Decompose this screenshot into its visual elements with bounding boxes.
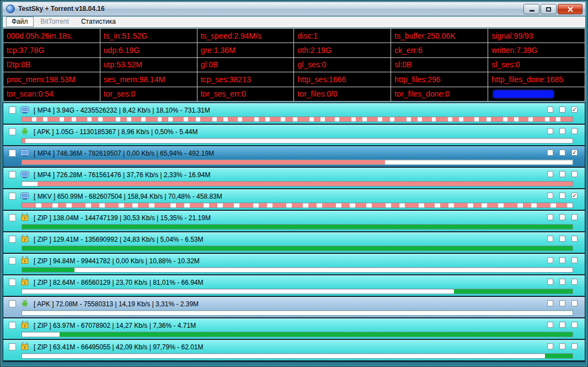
torrent-row[interactable]: [ MP4 ] 3.94G - 4235526232 | 8,42 Kb/s |… (3, 103, 585, 124)
flag-checkbox-1[interactable] (547, 214, 553, 220)
stat-cell: ts_speed:2.94M/s (197, 29, 294, 43)
menu-item-bittorrent[interactable]: BitTorrent (36, 17, 74, 26)
torrent-row[interactable]: [ ZIP ] 63.97M - 67078902 | 14,27 Kb/s |… (3, 318, 585, 339)
torrent-row[interactable]: [ APK ] 1.05G - 1130185367 | 8,96 Kb/s |… (3, 125, 585, 145)
flag-checkbox-3[interactable] (571, 300, 578, 306)
progress-bar (22, 332, 573, 337)
row-checkbox[interactable] (9, 171, 16, 178)
flag-checkbox-1[interactable] (547, 193, 553, 199)
row-checkbox[interactable] (9, 257, 16, 264)
progress-bar (22, 159, 573, 165)
flag-checkbox-3[interactable] (571, 343, 578, 349)
flag-checkbox-3[interactable]: ✓ (571, 107, 578, 113)
flag-checkbox-1[interactable] (547, 107, 553, 113)
flag-checkbox-3[interactable] (571, 128, 578, 134)
flag-checkbox-2[interactable] (559, 107, 565, 113)
torrent-label: [ ZIP ] 63.97M - 67078902 | 14,27 Kb/s |… (34, 322, 196, 329)
flag-checkbox-2[interactable] (559, 171, 565, 177)
maximize-icon (546, 7, 551, 12)
flag-checkbox-1[interactable] (547, 279, 553, 285)
row-checkbox[interactable] (9, 214, 16, 221)
zip-icon (20, 278, 29, 286)
app-window: TestSky + Torrent v18.04.16 ФайлBitTorre… (0, 0, 588, 367)
flag-checkboxes (547, 343, 578, 349)
title-bar[interactable]: TestSky + Torrent v18.04.16 (2, 2, 586, 16)
flag-checkbox-1[interactable] (547, 128, 553, 134)
flag-checkbox-1[interactable] (547, 343, 553, 349)
row-checkbox[interactable] (9, 322, 16, 329)
torrent-row[interactable]: [ MP4 ] 746.36M - 782619507 | 0,00 Kb/s … (3, 146, 585, 167)
flag-checkbox-3[interactable] (571, 214, 578, 220)
stat-cell: signal:99/93 (488, 29, 585, 43)
menu-item-статистика[interactable]: Статистика (76, 17, 121, 26)
progress-bar (22, 181, 573, 187)
flag-checkbox-3[interactable] (571, 257, 578, 263)
stat-cell: tor_files_done:0 (391, 87, 488, 101)
stat-cell: http_ses:1666 (294, 72, 391, 87)
row-checkbox[interactable] (9, 193, 16, 200)
flag-checkbox-3[interactable] (571, 279, 578, 285)
torrent-row[interactable]: [ ZIP ] 138.04M - 144747139 | 30,53 Kb/s… (3, 211, 585, 231)
torrent-row[interactable]: [ MKV ] 650.99M - 682607504 | 158,94 Kb/… (3, 189, 585, 210)
maximize-button[interactable] (541, 4, 557, 14)
flag-checkbox-2[interactable] (559, 128, 565, 134)
close-button[interactable] (558, 4, 582, 14)
menu-item-файл[interactable]: Файл (6, 17, 34, 27)
stat-cell: tor_ses_err:0 (197, 87, 294, 101)
flag-checkbox-2[interactable] (559, 343, 565, 349)
progress-bar (22, 310, 573, 316)
row-checkbox[interactable] (9, 343, 16, 350)
stat-cell: http_files_done:1685 (488, 72, 585, 87)
flag-checkbox-1[interactable] (547, 236, 553, 242)
torrent-row[interactable]: [ ZIP ] 94.84M - 99441782 | 0,00 Kb/s | … (3, 254, 585, 274)
stat-cell: gl_ses:0 (294, 57, 391, 72)
android-icon (20, 127, 29, 136)
flag-checkboxes (547, 214, 578, 220)
progress-bar (22, 116, 573, 122)
stat-cell: udp:6.19G (100, 43, 197, 57)
row-checkbox[interactable] (9, 279, 16, 286)
stat-cell: utp:53.52M (100, 57, 197, 72)
torrent-row[interactable]: [ MP4 ] 726.28M - 761561476 | 37,76 Kb/s… (3, 168, 585, 188)
progress-bar (22, 289, 573, 294)
torrent-row[interactable]: [ APK ] 72.08M - 75580313 | 14,19 Kb/s |… (3, 297, 585, 317)
stat-cell: sl_ses:0 (488, 57, 585, 72)
flag-checkbox-2[interactable] (559, 279, 565, 285)
zip-icon (20, 256, 29, 265)
torrent-row[interactable]: [ ZIP ] 129.41M - 135690992 | 24,83 Kb/s… (3, 232, 585, 253)
flag-checkbox-2[interactable] (559, 322, 565, 328)
flag-checkboxes (547, 257, 578, 263)
flag-checkbox-3[interactable] (571, 171, 578, 177)
row-checkbox[interactable] (9, 128, 16, 135)
flag-checkbox-1[interactable] (547, 150, 553, 156)
row-checkbox[interactable] (9, 107, 16, 114)
flag-checkbox-2[interactable] (559, 236, 565, 242)
torrent-row[interactable]: [ ZIP ] 63.41M - 66495055 | 42,09 Kb/s |… (3, 340, 585, 360)
stat-cell: l2tp:0B (3, 57, 100, 72)
flag-checkbox-2[interactable] (559, 193, 565, 199)
minimize-button[interactable] (523, 4, 539, 14)
flag-checkbox-2[interactable] (559, 214, 565, 220)
flag-checkbox-2[interactable] (559, 150, 565, 156)
stat-cell: tcp:37.78G (3, 43, 100, 57)
stat-cell: sl:0B (391, 57, 488, 72)
flag-checkbox-2[interactable] (559, 257, 565, 263)
flag-checkboxes: ✓ (547, 107, 578, 113)
flag-checkbox-3[interactable] (571, 322, 578, 328)
row-checkbox[interactable] (9, 236, 16, 243)
flag-checkbox-3[interactable] (571, 236, 578, 242)
flag-checkbox-3[interactable]: ✓ (571, 193, 578, 199)
stat-cell: disc:1 (294, 29, 391, 43)
row-checkbox[interactable] (9, 300, 16, 307)
flag-checkbox-1[interactable] (547, 300, 553, 306)
flag-checkbox-1[interactable] (547, 322, 553, 328)
flag-checkboxes (547, 171, 578, 177)
flag-checkbox-1[interactable] (547, 171, 553, 177)
torrent-row[interactable]: [ ZIP ] 82.64M - 86560129 | 23,70 Kb/s |… (3, 275, 585, 296)
torrent-list: [ MP4 ] 3.94G - 4235526232 | 8,42 Kb/s |… (3, 103, 585, 362)
flag-checkbox-3[interactable]: ✓ (571, 150, 578, 156)
torrent-label: [ MP4 ] 3.94G - 4235526232 | 8,42 Kb/s |… (34, 107, 210, 114)
flag-checkbox-1[interactable] (547, 257, 553, 263)
flag-checkbox-2[interactable] (559, 300, 565, 306)
row-checkbox[interactable] (9, 150, 16, 157)
